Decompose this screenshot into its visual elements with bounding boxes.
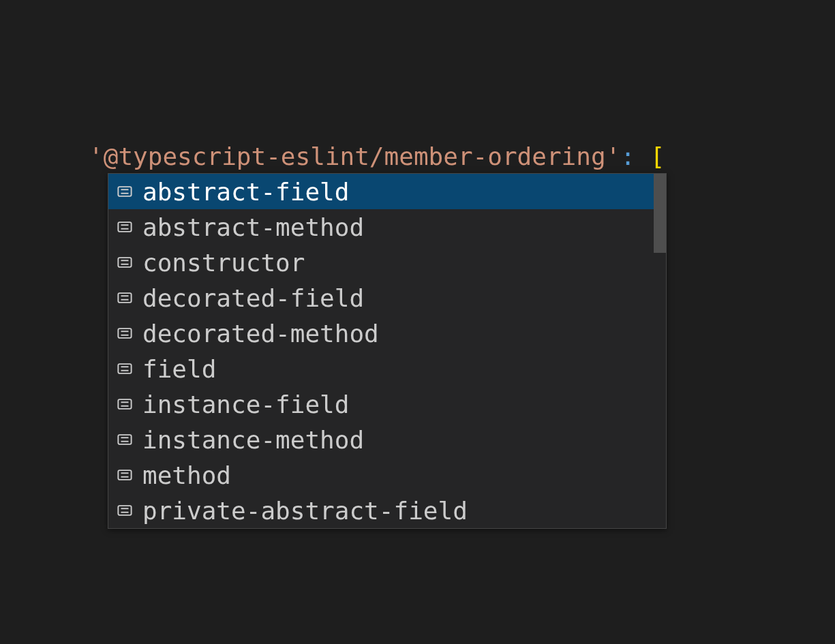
scrollbar[interactable] bbox=[654, 174, 666, 253]
suggestion-item[interactable]: constructor bbox=[108, 245, 666, 280]
suggestion-label: decorated-field bbox=[142, 281, 364, 316]
suggestion-label: abstract-method bbox=[142, 210, 364, 245]
suggestion-item[interactable]: instance-field bbox=[108, 386, 666, 422]
code-line[interactable]: '@typescript-eslint/member-ordering': [ bbox=[0, 139, 835, 174]
suggestion-item[interactable]: field bbox=[108, 351, 666, 386]
suggestion-item[interactable]: private-abstract-field bbox=[108, 493, 666, 528]
constant-icon bbox=[115, 432, 134, 447]
constant-icon bbox=[115, 467, 134, 482]
constant-icon bbox=[115, 255, 134, 270]
constant-icon bbox=[115, 361, 134, 376]
suggestion-item[interactable]: decorated-method bbox=[108, 316, 666, 351]
suggestion-label: instance-method bbox=[142, 423, 364, 457]
suggestion-item[interactable]: instance-method bbox=[108, 422, 666, 457]
suggestion-label: private-abstract-field bbox=[142, 493, 468, 528]
suggestion-item[interactable]: decorated-field bbox=[108, 280, 666, 316]
constant-icon bbox=[115, 290, 134, 305]
suggestion-label: decorated-method bbox=[142, 316, 379, 351]
constant-icon bbox=[115, 397, 134, 412]
suggestion-item[interactable]: method bbox=[108, 457, 666, 493]
constant-icon bbox=[115, 326, 134, 341]
suggestion-item[interactable]: abstract-method bbox=[108, 209, 666, 245]
suggestion-label: instance-field bbox=[142, 387, 349, 422]
suggestion-label: constructor bbox=[142, 245, 305, 280]
constant-icon bbox=[115, 219, 134, 234]
suggestion-label: abstract-field bbox=[142, 174, 349, 209]
suggestion-label: method bbox=[142, 458, 231, 493]
suggestion-item[interactable]: abstract-field bbox=[108, 174, 666, 209]
constant-icon bbox=[115, 503, 134, 518]
constant-icon bbox=[115, 184, 134, 199]
suggestion-label: field bbox=[142, 352, 216, 386]
intellisense-popup[interactable]: abstract-fieldabstract-methodconstructor… bbox=[108, 173, 667, 529]
